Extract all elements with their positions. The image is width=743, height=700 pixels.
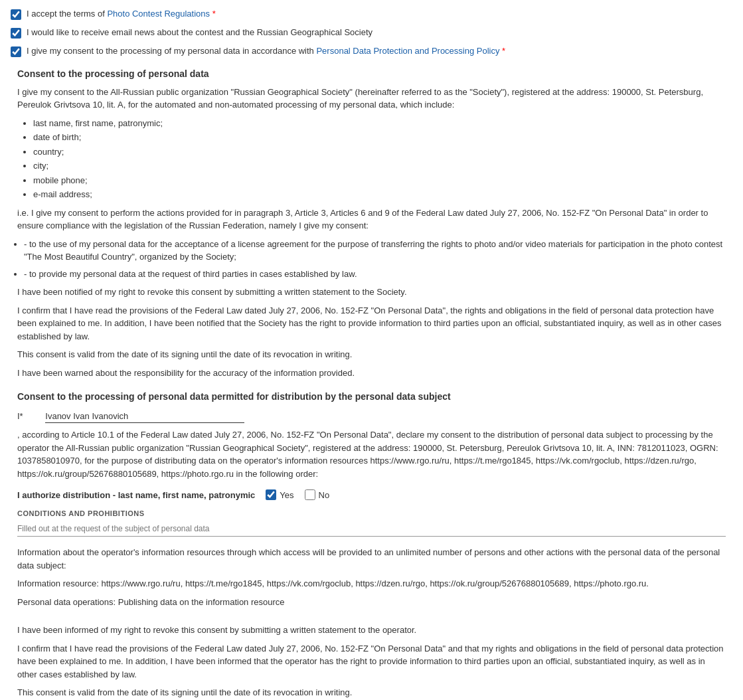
terms-label: I accept the terms of Photo Contest Regu… bbox=[27, 8, 216, 20]
photo-contest-regulations-link[interactable]: Photo Contest Regulations bbox=[107, 9, 210, 19]
list2-item: - to the use of my personal data for the… bbox=[24, 238, 726, 264]
email-news-checkbox-row: I would like to receive email news about… bbox=[11, 27, 732, 39]
list-item: mobile phone; bbox=[33, 174, 726, 187]
personal-data-policy-link[interactable]: Personal Data Protection and Processing … bbox=[316, 46, 499, 56]
yes-item: Yes bbox=[266, 489, 293, 500]
consent-required-star: * bbox=[500, 46, 506, 56]
info4: I have been informed of my right to revo… bbox=[17, 624, 726, 637]
yes-checkbox[interactable] bbox=[266, 489, 276, 500]
section1-para4: I confirm that I have read the provision… bbox=[17, 304, 726, 343]
section1-para5: This consent is valid from the date of i… bbox=[17, 348, 726, 361]
section2-para1: , according to Article 10.1 of the Feder… bbox=[17, 428, 726, 480]
person-name: Ivanov Ivan Ivanovich bbox=[45, 411, 244, 423]
consent-checkbox[interactable] bbox=[11, 46, 21, 57]
consent-label: I give my consent to the processing of m… bbox=[27, 45, 505, 57]
section1-title: Consent to the processing of personal da… bbox=[17, 68, 726, 79]
section1-block: Consent to the processing of personal da… bbox=[11, 68, 732, 380]
consent-checkbox-row: I give my consent to the processing of m… bbox=[11, 45, 732, 57]
terms-checkbox[interactable] bbox=[11, 9, 21, 20]
list-item: country; bbox=[33, 145, 726, 159]
conditions-label: CONDITIONS AND PROHIBITIONS bbox=[17, 509, 726, 517]
conditions-section: CONDITIONS AND PROHIBITIONS bbox=[17, 509, 726, 537]
list-item: e-mail address; bbox=[33, 188, 726, 201]
terms-required-star: * bbox=[210, 9, 216, 19]
info6: This consent is valid from the date of i… bbox=[17, 686, 726, 699]
label-i: I* bbox=[17, 411, 23, 421]
authorize-row: I authorize distribution - last name, fi… bbox=[17, 489, 726, 500]
authorize-label: I authorize distribution - last name, fi… bbox=[17, 490, 255, 500]
yes-label: Yes bbox=[280, 490, 293, 500]
section2-block: Consent to the processing of personal da… bbox=[11, 391, 732, 700]
list-item: last name, first name, patronymic; bbox=[33, 117, 726, 130]
list-item: date of birth; bbox=[33, 131, 726, 144]
list2-item: - to provide my personal data at the req… bbox=[24, 268, 726, 281]
section1-para2: i.e. I give my consent to perform the ac… bbox=[17, 207, 726, 232]
yes-no-group: Yes No bbox=[266, 489, 329, 500]
info3: Personal data operations: Publishing dat… bbox=[17, 596, 726, 609]
conditions-input[interactable] bbox=[17, 521, 726, 537]
email-news-checkbox[interactable] bbox=[11, 28, 21, 39]
terms-checkbox-row: I accept the terms of Photo Contest Regu… bbox=[11, 8, 732, 20]
section1-para3: I have been notified of my right to revo… bbox=[17, 286, 726, 299]
no-checkbox[interactable] bbox=[305, 489, 315, 500]
section1-intro: I give my consent to the All-Russian pub… bbox=[17, 86, 726, 112]
list-item: city; bbox=[33, 159, 726, 173]
info-block: Information about the operator's informa… bbox=[17, 546, 726, 700]
section2-title: Consent to the processing of personal da… bbox=[17, 391, 726, 402]
info1: Information about the operator's informa… bbox=[17, 546, 726, 572]
section1-list: last name, first name, patronymic; date … bbox=[33, 117, 726, 201]
section1-para6: I have been warned about the responsibil… bbox=[17, 367, 726, 380]
info5: I confirm that I have read the provision… bbox=[17, 642, 726, 681]
no-item: No bbox=[305, 489, 330, 500]
terms-label-before: I accept the terms of bbox=[27, 9, 107, 19]
consent-label-before: I give my consent to the processing of m… bbox=[27, 46, 316, 56]
person-block: I* Ivanov Ivan Ivanovich bbox=[17, 408, 726, 423]
info2: Information resource: https://www.rgo.ru… bbox=[17, 577, 726, 590]
no-label: No bbox=[319, 490, 330, 500]
email-news-label: I would like to receive email news about… bbox=[27, 27, 372, 39]
section1-list2: - to the use of my personal data for the… bbox=[24, 238, 726, 281]
